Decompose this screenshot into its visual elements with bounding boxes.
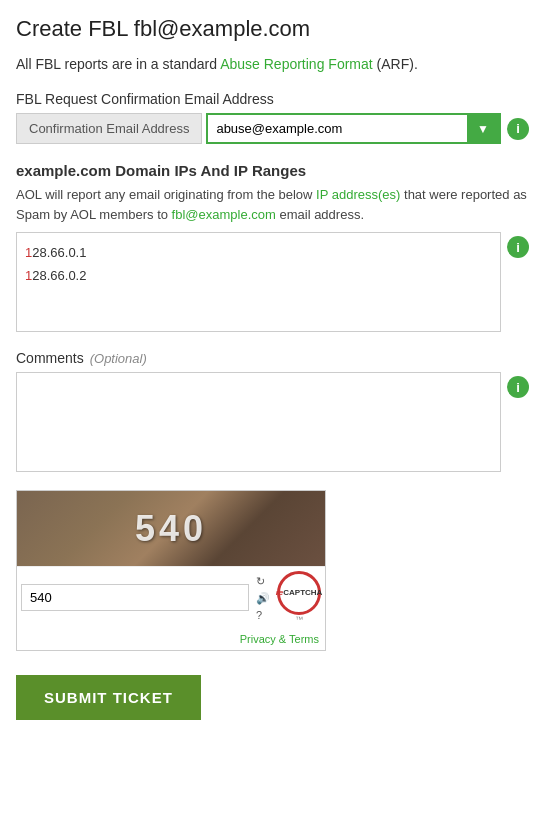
comments-label: Comments(Optional) — [16, 350, 529, 366]
captcha-refresh-button[interactable]: ↻ — [255, 574, 271, 589]
captcha-display-value: 540 — [135, 508, 207, 550]
arf-link[interactable]: Abuse Reporting Format — [220, 56, 373, 72]
captcha-audio-button[interactable]: 🔊 — [255, 591, 271, 606]
captcha-help-button[interactable]: ? — [255, 608, 271, 622]
privacy-terms-row: Privacy & Terms — [17, 628, 325, 650]
intro-text: All FBL reports are in a standard Abuse … — [16, 54, 529, 75]
ip-info-icon[interactable]: i — [507, 236, 529, 258]
submit-ticket-button[interactable]: SUBMIT TICKET — [16, 675, 201, 720]
ip-section-title: example.com Domain IPs And IP Ranges — [16, 162, 529, 179]
comments-textarea[interactable] — [16, 372, 501, 472]
confirmation-email-input[interactable] — [208, 115, 467, 142]
captcha-box: 540 ↻ 🔊 ? reCAPTCHA ™ — [16, 490, 326, 651]
recaptcha-tm: ™ — [295, 615, 303, 624]
email-dropdown-button[interactable]: ▼ — [467, 115, 499, 142]
captcha-bottom-row: ↻ 🔊 ? reCAPTCHA ™ — [17, 566, 325, 628]
captcha-section: 540 ↻ 🔊 ? reCAPTCHA ™ — [16, 490, 529, 651]
captcha-controls: ↻ 🔊 ? — [255, 574, 271, 622]
audio-icon: 🔊 — [256, 592, 270, 605]
captcha-image: 540 — [17, 491, 325, 566]
confirmation-info-icon[interactable]: i — [507, 118, 529, 140]
fbl-email-link[interactable]: fbl@example.com — [172, 207, 276, 222]
recaptcha-logo: reCAPTCHA ™ — [277, 571, 321, 624]
comments-row: i — [16, 372, 529, 472]
confirmation-section: FBL Request Confirmation Email Address C… — [16, 91, 529, 144]
ip-section: example.com Domain IPs And IP Ranges AOL… — [16, 162, 529, 332]
refresh-icon: ↻ — [256, 575, 265, 588]
ip-link: IP address(es) — [316, 187, 400, 202]
ip-list-box: 128.66.0.1 128.66.0.2 — [16, 232, 501, 332]
ip-box-row: 128.66.0.1 128.66.0.2 i — [16, 232, 529, 332]
comments-info-icon[interactable]: i — [507, 376, 529, 398]
recaptcha-circle: reCAPTCHA — [277, 571, 321, 615]
chevron-down-icon: ▼ — [477, 122, 489, 136]
ip-entry-2: 128.66.0.2 — [25, 264, 492, 287]
confirmation-label-box: Confirmation Email Address — [16, 113, 202, 144]
confirmation-section-label: FBL Request Confirmation Email Address — [16, 91, 529, 107]
ip-entry-1: 128.66.0.1 — [25, 241, 492, 264]
page-title: Create FBL fbl@example.com — [16, 16, 529, 42]
optional-label: (Optional) — [90, 351, 147, 366]
privacy-terms-link[interactable]: Privacy & Terms — [240, 633, 319, 645]
captcha-input[interactable] — [21, 584, 249, 611]
help-icon: ? — [256, 609, 262, 621]
ip-section-description: AOL will report any email originating fr… — [16, 185, 529, 224]
comments-section: Comments(Optional) i — [16, 350, 529, 472]
